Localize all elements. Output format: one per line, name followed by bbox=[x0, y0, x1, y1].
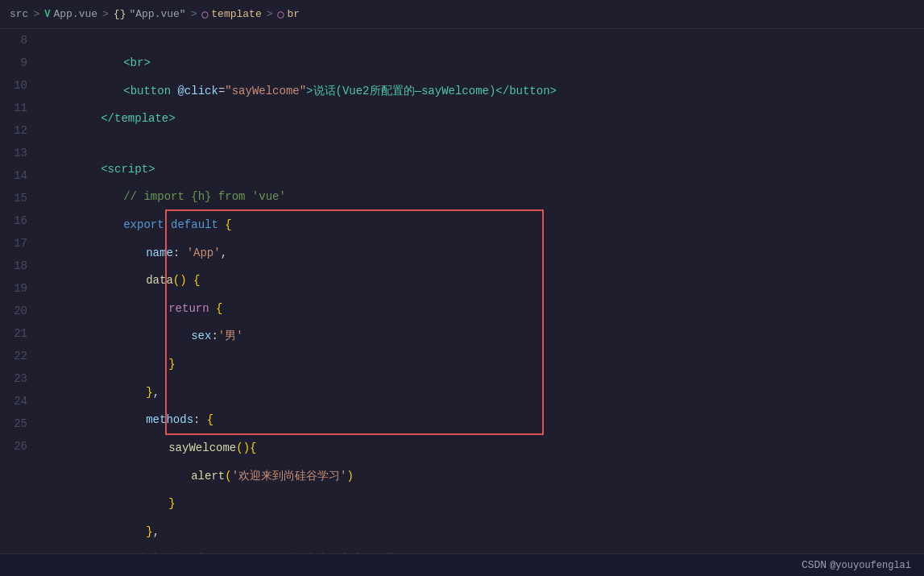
code-line-21: methods: { bbox=[47, 386, 924, 414]
breadcrumb-bar: src > V App.vue > {} "App.vue" > ◯ templ… bbox=[0, 0, 924, 29]
line-num-20: 20 bbox=[0, 300, 40, 322]
code-line-11 bbox=[47, 113, 924, 135]
breadcrumb-sep-3: > bbox=[191, 8, 197, 20]
breadcrumb-br: br bbox=[287, 8, 300, 20]
code-lines: <br> <button @click="sayWelcome">说话(Vue2… bbox=[40, 29, 924, 553]
line-num-23: 23 bbox=[0, 367, 40, 390]
code-line-17: return { bbox=[47, 275, 924, 303]
breadcrumb-sep-1: > bbox=[33, 8, 39, 20]
code-line-9: <button @click="sayWelcome">说话(Vue2所配置的—… bbox=[47, 57, 924, 85]
code-line-16: data() { bbox=[47, 247, 924, 275]
line-num-24: 24 bbox=[0, 390, 40, 412]
line-num-17: 17 bbox=[0, 232, 40, 255]
code-area: 8 9 10 11 12 13 14 15 16 17 18 19 20 21 … bbox=[0, 29, 924, 553]
footer-bar: CSDN @youyoufenglai bbox=[0, 553, 924, 576]
breadcrumb-template-icon: ◯ bbox=[201, 8, 208, 21]
code-line-18: sex:'男' bbox=[47, 302, 924, 330]
line-num-8: 8 bbox=[0, 29, 40, 52]
breadcrumb-sep-4: > bbox=[267, 8, 273, 20]
footer-csdn-label: CSDN bbox=[802, 559, 827, 571]
code-line-22: sayWelcome(){ bbox=[47, 414, 924, 442]
line-num-12: 12 bbox=[0, 119, 40, 142]
footer-username: @youyoufenglai bbox=[830, 560, 911, 571]
line-num-25: 25 bbox=[0, 412, 40, 435]
line-num-9: 9 bbox=[0, 52, 40, 74]
code-line-19: } bbox=[47, 330, 924, 358]
code-line-26: //此处只是测试一下setup，暂时不考虑响应式的问题。 bbox=[47, 525, 924, 553]
line-num-11: 11 bbox=[0, 97, 40, 119]
breadcrumb-scope-icon: {} bbox=[114, 8, 126, 20]
line-num-26: 26 bbox=[0, 435, 40, 458]
breadcrumb-br-icon: ◯ bbox=[278, 8, 284, 21]
line-num-18: 18 bbox=[0, 255, 40, 277]
line-num-21: 21 bbox=[0, 322, 40, 345]
editor-container: src > V App.vue > {} "App.vue" > ◯ templ… bbox=[0, 0, 924, 576]
line-num-22: 22 bbox=[0, 345, 40, 367]
code-line-24: } bbox=[47, 470, 924, 498]
breadcrumb-template: template bbox=[211, 8, 261, 20]
line-numbers: 8 9 10 11 12 13 14 15 16 17 18 19 20 21 … bbox=[0, 29, 40, 553]
code-line-25: }, bbox=[47, 498, 924, 526]
code-line-15: name: 'App', bbox=[47, 219, 924, 247]
code-line-10: </template> bbox=[47, 85, 924, 113]
code-line-13: // import {h} from 'vue' bbox=[47, 163, 924, 191]
line-num-10: 10 bbox=[0, 74, 40, 97]
line-num-19: 19 bbox=[0, 277, 40, 300]
breadcrumb-appvue-scope: "App.vue" bbox=[129, 8, 185, 20]
breadcrumb-appvue: App.vue bbox=[53, 8, 97, 20]
line-num-13: 13 bbox=[0, 142, 40, 164]
breadcrumb-sep-2: > bbox=[102, 8, 109, 20]
line-num-15: 15 bbox=[0, 187, 40, 209]
breadcrumb-src: src bbox=[10, 8, 28, 20]
line-num-14: 14 bbox=[0, 164, 40, 187]
code-line-14: export default { bbox=[47, 191, 924, 219]
code-line-20: }, bbox=[47, 358, 924, 387]
line-num-16: 16 bbox=[0, 209, 40, 232]
code-line-23: alert('欢迎来到尚硅谷学习') bbox=[47, 442, 924, 470]
code-line-12: <script> bbox=[47, 135, 924, 164]
code-line-8: <br> bbox=[47, 29, 924, 57]
breadcrumb-vue-icon: V bbox=[44, 9, 50, 20]
